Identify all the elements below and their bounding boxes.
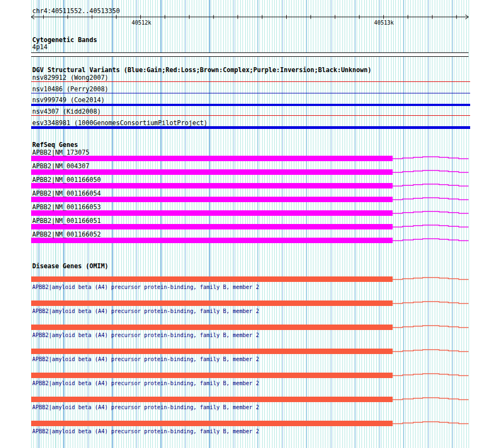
disease-gene-description[interactable]: APBB2|amyloid beta (A4) precursor protei… bbox=[32, 380, 259, 386]
transcript-label[interactable]: APBB2|NM_001166052 bbox=[32, 231, 101, 238]
transcript-bar[interactable] bbox=[31, 224, 393, 229]
section-title-disease-genes: Disease Genes (OMIM) bbox=[32, 263, 109, 269]
disease-gene-bar[interactable] bbox=[31, 276, 393, 282]
section-title-cytogenetic-bands: Cytogenetic Bands bbox=[32, 37, 97, 43]
transcript-label[interactable]: APBB2|NM_001166053 bbox=[32, 204, 101, 210]
transcript-label[interactable]: APBB2|NM_001166050 bbox=[32, 176, 101, 183]
gene-connector-path bbox=[393, 184, 469, 186]
gene-connector-path bbox=[393, 278, 469, 280]
genome-browser-panel: chr4:40511552..40513350 40512k40513k Cyt… bbox=[0, 0, 486, 448]
transcript-label[interactable]: APBB2|NM_004307 bbox=[32, 163, 90, 169]
gene-connector-line[interactable] bbox=[393, 210, 469, 216]
region-label: chr4:40511552..40513350 bbox=[32, 8, 120, 14]
gene-connector-path bbox=[393, 170, 469, 173]
section-title-dgv-variants: DGV Structural Variants (Blue:Gain;Red:L… bbox=[32, 67, 371, 73]
disease-gene-description[interactable]: APBB2|amyloid beta (A4) precursor protei… bbox=[32, 428, 259, 434]
variant-glyph[interactable] bbox=[31, 104, 470, 107]
gene-connector-line[interactable] bbox=[393, 420, 469, 427]
disease-gene-bar[interactable] bbox=[31, 373, 393, 378]
transcript-bar[interactable] bbox=[31, 183, 393, 188]
disease-gene-bar[interactable] bbox=[31, 300, 393, 306]
section-title-refseq-genes: RefSeq Genes bbox=[32, 142, 78, 148]
transcript-bar[interactable] bbox=[31, 197, 393, 202]
disease-gene-description[interactable]: APBB2|amyloid beta (A4) precursor protei… bbox=[32, 404, 259, 410]
gene-connector-path bbox=[393, 398, 469, 400]
disease-gene-bar[interactable] bbox=[31, 349, 393, 354]
transcript-label[interactable]: APBB2|NM_001166051 bbox=[32, 217, 101, 224]
gene-connector-path bbox=[393, 198, 469, 200]
gene-connector-line[interactable] bbox=[393, 223, 469, 230]
disease-gene-description[interactable]: APBB2|amyloid beta (A4) precursor protei… bbox=[32, 308, 259, 314]
gene-connector-line[interactable] bbox=[393, 196, 469, 203]
gene-connector-line[interactable] bbox=[393, 324, 469, 331]
variant-label[interactable]: esv3348981 (1000GenomesConsortiumPilotPr… bbox=[32, 120, 208, 126]
gene-connector-path bbox=[393, 350, 469, 352]
disease-gene-description[interactable]: APBB2|amyloid beta (A4) precursor protei… bbox=[32, 356, 259, 362]
gene-connector-path bbox=[393, 211, 469, 214]
gene-connector-line[interactable] bbox=[393, 396, 469, 403]
variant-label[interactable]: nsv10486 (Perry2008) bbox=[32, 86, 109, 92]
gene-connector-path bbox=[393, 225, 469, 227]
transcript-bar[interactable] bbox=[31, 210, 393, 216]
disease-gene-bar[interactable] bbox=[31, 325, 393, 330]
transcript-bar[interactable] bbox=[31, 156, 393, 161]
variant-label[interactable]: nsv4307 (Kidd2008) bbox=[32, 108, 101, 115]
gene-connector-path bbox=[393, 326, 469, 328]
gene-connector-line[interactable] bbox=[393, 372, 469, 379]
transcript-bar[interactable] bbox=[31, 169, 393, 175]
transcript-bar[interactable] bbox=[31, 238, 393, 243]
disease-gene-bar[interactable] bbox=[31, 397, 393, 402]
cytoband-label[interactable]: 4p14 bbox=[32, 44, 48, 50]
disease-gene-description[interactable]: APBB2|amyloid beta (A4) precursor protei… bbox=[32, 332, 259, 338]
gene-connector-path bbox=[393, 374, 469, 376]
gene-connector-line[interactable] bbox=[393, 237, 469, 244]
disease-gene-bar[interactable] bbox=[31, 421, 393, 426]
variant-label[interactable]: nsv829912 (Wong2007) bbox=[32, 74, 109, 81]
gene-connector-line[interactable] bbox=[393, 300, 469, 306]
variant-label[interactable]: nsv999749 (Coe2014) bbox=[32, 97, 105, 103]
gene-connector-line[interactable] bbox=[393, 155, 469, 162]
ruler-tick-label: 40512k bbox=[132, 20, 151, 26]
gene-connector-path bbox=[393, 302, 469, 304]
gene-connector-path bbox=[393, 157, 469, 159]
transcript-label[interactable]: APBB2|NM_173075 bbox=[32, 149, 90, 156]
disease-gene-description[interactable]: APBB2|amyloid beta (A4) precursor protei… bbox=[32, 284, 259, 290]
gene-connector-path bbox=[393, 422, 469, 424]
gene-connector-line[interactable] bbox=[393, 182, 469, 189]
gene-connector-line[interactable] bbox=[393, 169, 469, 175]
transcript-label[interactable]: APBB2|NM_001166054 bbox=[32, 190, 101, 197]
gene-connector-path bbox=[393, 239, 469, 241]
gene-connector-line[interactable] bbox=[393, 276, 469, 282]
gene-connector-line[interactable] bbox=[393, 348, 469, 355]
cytoband-glyph[interactable] bbox=[31, 52, 469, 57]
ruler-tick-label: 40513k bbox=[374, 20, 394, 26]
